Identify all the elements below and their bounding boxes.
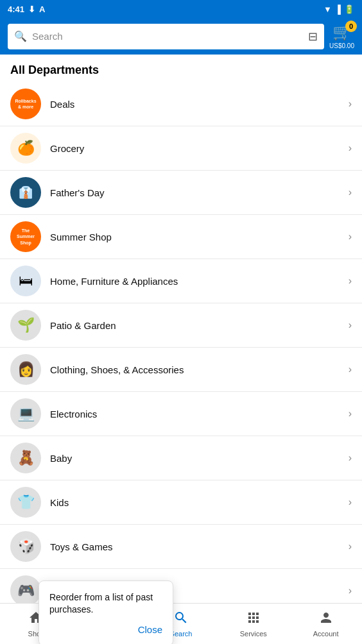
dept-item-fathers[interactable]: 👔 Father's Day › [0, 171, 362, 215]
cart-badge: 0 [345, 21, 357, 32]
dept-label-deals: Deals [50, 99, 349, 110]
wifi-icon: ▼ [323, 4, 332, 14]
dept-label-fathers: Father's Day [50, 187, 349, 198]
dept-icon-grocery: 🍊 [10, 133, 41, 164]
dept-label-grocery: Grocery [50, 143, 349, 154]
chevron-icon: › [349, 319, 352, 331]
dept-icon-videogames: 🎮 [10, 575, 41, 606]
signal-icon: ▐ [335, 4, 341, 14]
account-nav-label: Account [313, 630, 339, 638]
dept-label-toys: Toys & Games [50, 541, 349, 552]
dept-item-toys[interactable]: 🎲 Toys & Games › [0, 525, 362, 569]
dept-icon-deals: Rollbacks& more [10, 89, 41, 119]
battery-icon: 🔋 [344, 4, 354, 14]
header: 🔍 Search ⊟ 0 🛒 US$0.00 [0, 18, 362, 55]
status-right: ▼ ▐ 🔋 [323, 4, 354, 14]
download-icon: ⬇ [28, 4, 35, 14]
status-time: 4:41 [8, 4, 24, 14]
dept-label-clothing: Clothing, Shoes, & Accessories [50, 364, 349, 375]
main-content: All Departments Rollbacks& more Deals ›🍊… [0, 55, 362, 644]
dept-label-baby: Baby [50, 453, 349, 464]
dept-label-kids: Kids [50, 497, 349, 508]
status-bar: 4:41 ⬇ A ▼ ▐ 🔋 [0, 0, 362, 18]
department-list: Rollbacks& more Deals ›🍊 Grocery ›👔 Fath… [0, 82, 362, 644]
dept-item-deals[interactable]: Rollbacks& more Deals › [0, 82, 362, 126]
dept-icon-electronics: 💻 [10, 398, 41, 429]
dept-icon-toys: 🎲 [10, 531, 41, 562]
status-left: 4:41 ⬇ A [8, 4, 45, 14]
nav-item-services[interactable]: Services [217, 604, 289, 644]
chevron-icon: › [349, 142, 352, 154]
dept-label-patio: Patio & Garden [50, 320, 349, 331]
dept-icon-summer: TheSummerShop [10, 221, 41, 252]
dept-icon-kids: 👕 [10, 487, 41, 518]
dept-item-electronics[interactable]: 💻 Electronics › [0, 392, 362, 436]
tooltip-close-button[interactable]: Close [49, 624, 162, 635]
chevron-icon: › [349, 187, 352, 198]
barcode-icon[interactable]: ⊟ [308, 30, 318, 44]
chevron-icon: › [349, 585, 352, 597]
dept-icon-patio: 🌱 [10, 310, 41, 341]
dept-label-summer: Summer Shop [50, 232, 349, 242]
search-icon: 🔍 [14, 30, 27, 42]
reorder-tooltip: Reorder from a list of past purchases. C… [39, 580, 173, 644]
dept-item-clothing[interactable]: 👩 Clothing, Shoes, & Accessories › [0, 348, 362, 392]
dept-icon-home: 🛏 [10, 266, 41, 296]
dept-item-kids[interactable]: 👕 Kids › [0, 480, 362, 525]
chevron-icon: › [349, 452, 352, 464]
chevron-icon: › [349, 496, 352, 508]
dept-label-electronics: Electronics [50, 409, 349, 419]
sim-icon: A [39, 4, 45, 14]
search-nav-icon [173, 610, 189, 628]
dept-icon-fathers: 👔 [10, 177, 41, 208]
chevron-icon: › [349, 364, 352, 375]
dept-item-baby[interactable]: 🧸 Baby › [0, 436, 362, 480]
dept-item-patio[interactable]: 🌱 Patio & Garden › [0, 303, 362, 348]
chevron-icon: › [349, 541, 352, 552]
services-nav-label: Services [240, 630, 267, 638]
dept-icon-baby: 🧸 [10, 443, 41, 473]
chevron-icon: › [349, 408, 352, 419]
cart-button[interactable]: 0 🛒 US$0.00 [329, 23, 354, 49]
chevron-icon: › [349, 98, 352, 110]
chevron-icon: › [349, 275, 352, 287]
account-nav-icon [318, 610, 334, 628]
nav-item-account[interactable]: Account [289, 604, 362, 644]
dept-item-grocery[interactable]: 🍊 Grocery › [0, 126, 362, 171]
page-title: All Departments [0, 55, 362, 82]
chevron-icon: › [349, 231, 352, 242]
search-bar[interactable]: 🔍 Search ⊟ [8, 24, 324, 49]
cart-price: US$0.00 [329, 42, 354, 49]
dept-item-home[interactable]: 🛏 Home, Furniture & Appliances › [0, 259, 362, 303]
dept-icon-clothing: 👩 [10, 354, 41, 385]
tooltip-message: Reorder from a list of past purchases. [49, 591, 162, 616]
services-nav-icon [246, 610, 261, 628]
dept-label-home: Home, Furniture & Appliances [50, 276, 349, 287]
dept-item-summer[interactable]: TheSummerShop Summer Shop › [0, 215, 362, 259]
search-placeholder: Search [32, 31, 303, 42]
